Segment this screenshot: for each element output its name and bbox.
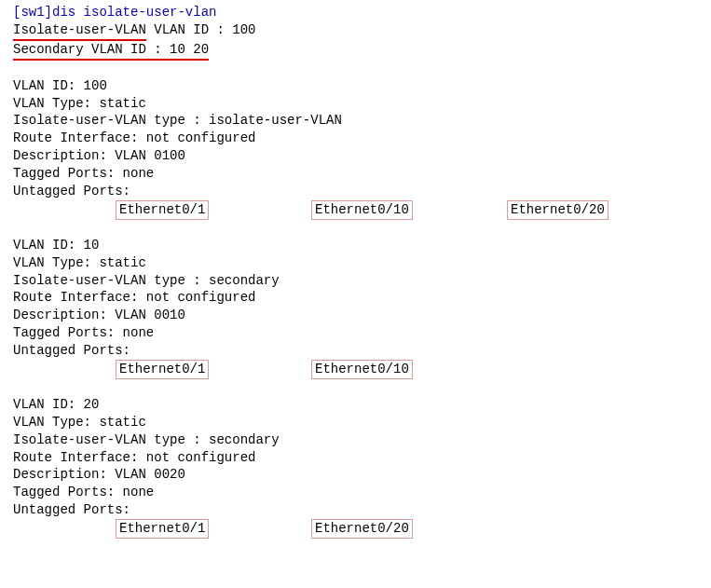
- vlan-iuv-type-line: Isolate-user-VLAN type : secondary: [13, 431, 698, 449]
- header-line-1: Isolate-user-VLAN VLAN ID : 100: [13, 21, 698, 41]
- port-row: Ethernet0/1 Ethernet0/20: [116, 519, 698, 539]
- vlan-id-line: VLAN ID: 10: [13, 237, 698, 254]
- vlan-tagged-line: Tagged Ports: none: [13, 324, 698, 342]
- port-box: Ethernet0/10: [311, 200, 413, 220]
- vlan-type-line: VLAN Type: static: [13, 254, 698, 272]
- vlan-untagged-line: Untagged Ports:: [13, 501, 698, 519]
- vlan-id-line: VLAN ID: 100: [13, 77, 698, 95]
- command-prompt: [sw1]dis isolate-user-vlan: [13, 4, 698, 21]
- port-box: Ethernet0/20: [311, 519, 413, 539]
- port-row: Ethernet0/1 Ethernet0/10: [116, 360, 698, 379]
- vlan-desc-line: Description: VLAN 0020: [13, 466, 698, 484]
- spacer: [13, 61, 698, 77]
- vlan-desc-line: Description: VLAN 0010: [13, 307, 698, 324]
- vlan-tagged-line: Tagged Ports: none: [13, 484, 698, 501]
- port-row: Ethernet0/1 Ethernet0/10 Ethernet0/20: [116, 200, 698, 220]
- header-line-2: Secondary VLAN ID : 10 20: [13, 41, 698, 61]
- vlan-iuv-type-line: Isolate-user-VLAN type : secondary: [13, 272, 698, 290]
- port-box: Ethernet0/1: [116, 519, 209, 539]
- vlan-iuv-type-line: Isolate-user-VLAN type : isolate-user-VL…: [13, 112, 698, 130]
- vlan-type-line: VLAN Type: static: [13, 95, 698, 113]
- header-line-1-rest: VLAN ID : 100: [146, 22, 256, 37]
- vlan-tagged-line: Tagged Ports: none: [13, 165, 698, 183]
- vlan-untagged-line: Untagged Ports:: [13, 342, 698, 360]
- vlan-id-line: VLAN ID: 20: [13, 396, 698, 414]
- port-box: Ethernet0/1: [116, 360, 209, 379]
- vlan-route-line: Route Interface: not configured: [13, 289, 698, 307]
- vlan-desc-line: Description: VLAN 0100: [13, 147, 698, 165]
- spacer: [13, 220, 698, 237]
- port-box: Ethernet0/10: [311, 360, 413, 379]
- vlan-route-line: Route Interface: not configured: [13, 130, 698, 147]
- vlan-untagged-line: Untagged Ports:: [13, 183, 698, 200]
- spacer: [13, 379, 698, 396]
- vlan-route-line: Route Interface: not configured: [13, 449, 698, 467]
- header-line-1-underlined: Isolate-user-VLAN: [13, 21, 146, 41]
- port-box: Ethernet0/1: [116, 200, 209, 220]
- vlan-type-line: VLAN Type: static: [13, 414, 698, 431]
- port-box: Ethernet0/20: [507, 200, 608, 220]
- header-line-2-underlined: Secondary VLAN ID : 10 20: [13, 41, 209, 61]
